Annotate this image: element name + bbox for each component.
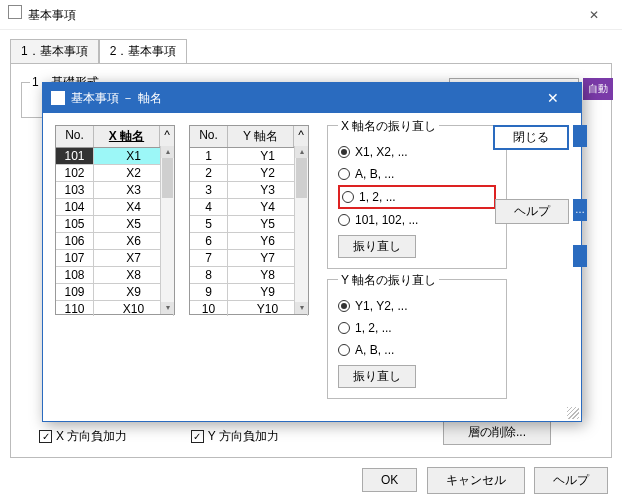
table-row[interactable]: 4Y4	[190, 199, 308, 216]
table-row[interactable]: 8Y8	[190, 267, 308, 284]
y-rename-button[interactable]: 振り直し	[338, 365, 416, 388]
cancel-button[interactable]: キャンセル	[427, 467, 525, 494]
y-col-name[interactable]: Y 軸名	[228, 126, 294, 147]
tab-1[interactable]: 1．基本事項	[10, 39, 99, 64]
close-button[interactable]: 閉じる	[493, 125, 569, 150]
table-row[interactable]: 106X6	[56, 233, 174, 250]
modal-help-button[interactable]: ヘルプ	[495, 199, 569, 224]
table-row[interactable]: 108X8	[56, 267, 174, 284]
table-row[interactable]: 2Y2	[190, 165, 308, 182]
x-col-no[interactable]: No.	[56, 126, 94, 147]
table-row[interactable]: 6Y6	[190, 233, 308, 250]
radio-option[interactable]: Y1, Y2, ...	[338, 295, 496, 317]
table-row[interactable]: 104X4	[56, 199, 174, 216]
table-row[interactable]: 110X10	[56, 301, 174, 316]
y-axis-grid[interactable]: No. Y 軸名 ^ 1Y12Y23Y34Y45Y56Y67Y78Y89Y910…	[189, 125, 309, 315]
x-rename-legend: X 軸名の振り直し	[338, 118, 439, 135]
radio-option[interactable]: A, B, ...	[338, 163, 496, 185]
tab-2[interactable]: 2．基本事項	[99, 39, 188, 64]
blue-strip-2[interactable]	[573, 245, 587, 267]
table-row[interactable]: 102X2	[56, 165, 174, 182]
table-row[interactable]: 10Y10	[190, 301, 308, 316]
x-axis-grid[interactable]: No. X 軸名 ^ 101X1102X2103X3104X4105X5106X…	[55, 125, 175, 315]
table-row[interactable]: 7Y7	[190, 250, 308, 267]
table-row[interactable]: 1Y1	[190, 148, 308, 165]
dialog-titlebar[interactable]: 基本事項 － 軸名 ✕	[43, 83, 581, 113]
y-col-no[interactable]: No.	[190, 126, 228, 147]
overflow-button[interactable]: …	[573, 199, 587, 221]
table-row[interactable]: 5Y5	[190, 216, 308, 233]
layer-delete-button[interactable]: 層の削除...	[443, 420, 551, 445]
radio-option[interactable]: 1, 2, ...	[338, 185, 496, 209]
dialog-title: 基本事項 － 軸名	[71, 90, 162, 107]
parent-window-titlebar: 基本事項 ✕	[0, 0, 622, 30]
radio-option[interactable]: 1, 2, ...	[338, 317, 496, 339]
table-row[interactable]: 9Y9	[190, 284, 308, 301]
radio-option[interactable]: A, B, ...	[338, 339, 496, 361]
axis-name-dialog: 基本事項 － 軸名 ✕ No. X 軸名 ^ 101X1102X2103X310…	[42, 82, 582, 422]
x-col-scroll: ^	[160, 126, 174, 147]
parent-window-title: 基本事項	[28, 8, 76, 22]
table-row[interactable]: 101X1	[56, 148, 174, 165]
table-row[interactable]: 107X7	[56, 250, 174, 267]
negative-load-checks: ✓X 方向負加力 ✓Y 方向負加力	[39, 428, 339, 445]
app-icon	[8, 5, 22, 19]
table-row[interactable]: 109X9	[56, 284, 174, 301]
parent-close-icon[interactable]: ✕	[574, 0, 614, 30]
help-button[interactable]: ヘルプ	[534, 467, 608, 494]
table-row[interactable]: 105X5	[56, 216, 174, 233]
table-row[interactable]: 103X3	[56, 182, 174, 199]
ok-button[interactable]: OK	[362, 468, 417, 492]
check-x-negative[interactable]: ✓X 方向負加力	[39, 428, 127, 445]
y-rename-legend: Y 軸名の振り直し	[338, 272, 439, 289]
dialog-footer: OK キャンセル ヘルプ	[356, 467, 608, 494]
check-y-negative[interactable]: ✓Y 方向負加力	[191, 428, 279, 445]
dialog-icon	[51, 91, 65, 105]
radio-option[interactable]: 101, 102, ...	[338, 209, 496, 231]
x-rename-button[interactable]: 振り直し	[338, 235, 416, 258]
table-row[interactable]: 3Y3	[190, 182, 308, 199]
x-rename-group: X 軸名の振り直し X1, X2, ...A, B, ...1, 2, ...1…	[327, 125, 507, 269]
y-grid-scrollbar[interactable]: ▴▾	[294, 146, 308, 314]
y-rename-group: Y 軸名の振り直し Y1, Y2, ...1, 2, ...A, B, ... …	[327, 279, 507, 399]
radio-option[interactable]: X1, X2, ...	[338, 141, 496, 163]
dialog-close-icon[interactable]: ✕	[533, 90, 573, 106]
resize-grip-icon[interactable]	[567, 407, 579, 419]
tab-strip: 1．基本事項2．基本事項	[10, 38, 612, 63]
auto-button[interactable]: 自動	[583, 78, 613, 100]
y-col-scroll: ^	[294, 126, 308, 147]
blue-strip-1[interactable]	[573, 125, 587, 147]
x-col-name[interactable]: X 軸名	[94, 126, 160, 147]
x-grid-scrollbar[interactable]: ▴▾	[160, 146, 174, 314]
